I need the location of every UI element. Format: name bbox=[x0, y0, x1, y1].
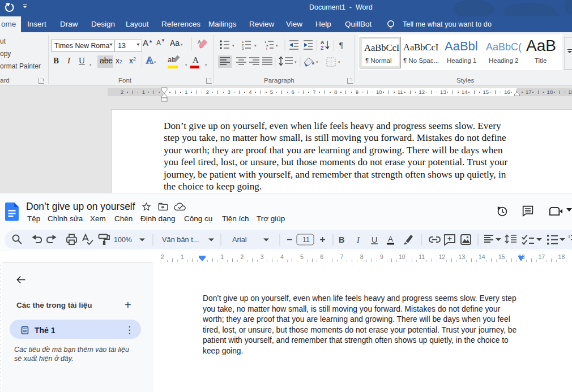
svg-text:▾: ▾ bbox=[316, 60, 318, 64]
svg-text:Văn bản t...: Văn bản t... bbox=[162, 235, 199, 244]
svg-text:A: A bbox=[388, 235, 393, 243]
svg-text:▾: ▾ bbox=[254, 44, 257, 48]
svg-text:3: 3 bbox=[242, 47, 244, 50]
svg-text:▾: ▾ bbox=[338, 60, 340, 64]
svg-text:A: A bbox=[321, 40, 325, 45]
svg-text:▾: ▾ bbox=[294, 60, 297, 64]
svg-text:¶: ¶ bbox=[339, 41, 343, 50]
svg-text:11: 11 bbox=[302, 236, 310, 244]
svg-text:B: B bbox=[339, 235, 344, 244]
svg-text:I: I bbox=[356, 235, 360, 244]
svg-text:Arial: Arial bbox=[232, 235, 247, 244]
svg-text:▾: ▾ bbox=[276, 44, 278, 48]
svg-text:1: 1 bbox=[568, 234, 570, 238]
svg-text:U: U bbox=[372, 235, 377, 244]
svg-text:i: i bbox=[266, 47, 267, 50]
svg-text:100%: 100% bbox=[114, 236, 132, 244]
svg-text:Z: Z bbox=[321, 45, 324, 51]
svg-text:▾: ▾ bbox=[232, 44, 234, 48]
